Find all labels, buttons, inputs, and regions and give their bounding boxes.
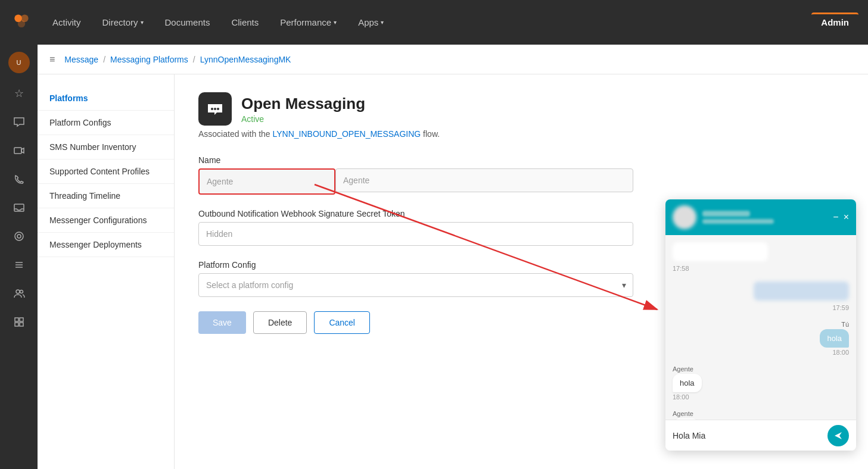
chat-header-name	[702, 211, 750, 217]
nav-activity[interactable]: Activity	[43, 12, 91, 32]
svg-point-10	[16, 290, 20, 293]
sidebar-video[interactable]	[6, 137, 32, 164]
topnav: Activity Directory ▾ Documents Clients P…	[0, 0, 868, 45]
name-field-section: Name	[198, 155, 844, 195]
chat-blurred-bubble-1	[673, 242, 768, 261]
main-layout: U ☆	[0, 45, 868, 469]
svg-point-19	[214, 108, 216, 110]
delete-button[interactable]: Delete	[253, 311, 307, 334]
platform-config-select[interactable]: Select a platform config	[198, 273, 633, 297]
chat-blurred-msg-1: 17:58	[673, 242, 849, 272]
chat-time-1759: 17:59	[832, 304, 849, 311]
svg-rect-3	[14, 148, 21, 154]
nav-performance[interactable]: Performance ▾	[270, 12, 346, 32]
chat-msg-agente-test: Agente test 18:00	[673, 410, 849, 420]
name-field-highlight	[198, 168, 335, 195]
chat-time-1758: 17:58	[673, 265, 689, 272]
chat-bubble-agente-test: test	[673, 418, 699, 420]
leftnav-messenger-deployments[interactable]: Messenger Deployments	[38, 233, 174, 257]
name-label: Name	[198, 155, 844, 165]
name-input[interactable]	[200, 170, 334, 193]
menu-icon[interactable]: ≡	[49, 54, 55, 65]
svg-point-6	[17, 234, 21, 238]
chat-time-tu-hola: 18:00	[832, 349, 849, 356]
cancel-button[interactable]: Cancel	[314, 311, 370, 334]
save-button[interactable]: Save	[198, 311, 246, 334]
svg-rect-15	[20, 323, 23, 326]
platform-icon	[198, 92, 232, 126]
breadcrumb-sep-1: /	[103, 55, 105, 64]
chevron-down-icon: ▾	[334, 19, 337, 26]
chat-time-agente-hola: 18:00	[673, 393, 689, 401]
chat-msg-agente-hola: Agente hola 18:00	[673, 365, 849, 401]
sidebar-inbox[interactable]	[6, 195, 32, 221]
chat-send-button[interactable]	[827, 425, 849, 446]
chevron-down-icon: ▾	[141, 19, 144, 26]
chat-header-info	[702, 211, 827, 224]
sidebar-star[interactable]: ☆	[6, 80, 32, 107]
sidebar-settings[interactable]	[6, 223, 32, 249]
associated-text: Associated with the LYNN_INBOUND_OPEN_ME…	[198, 129, 844, 139]
breadcrumb-messaging-platforms[interactable]: Messaging Platforms	[110, 55, 188, 64]
chat-bubble-agente-hola: hola	[673, 374, 702, 392]
nav-admin[interactable]: Admin	[811, 12, 858, 32]
sidebar-phone[interactable]	[6, 166, 32, 192]
leftnav-sms-inventory[interactable]: SMS Number Inventory	[38, 135, 174, 160]
left-nav: Platforms Platform Configs SMS Number In…	[38, 74, 175, 469]
svg-point-11	[20, 290, 23, 293]
breadcrumb: ≡ Message / Messaging Platforms / LynnOp…	[38, 45, 868, 74]
chat-agente-label-1: Agente	[673, 365, 693, 373]
chat-msg-tu-hola: Tú hola 18:00	[673, 321, 849, 356]
logo[interactable]	[10, 11, 33, 35]
platform-header: Open Messaging Active	[198, 92, 844, 126]
svg-rect-12	[15, 318, 18, 321]
flow-link[interactable]: LYNN_INBOUND_OPEN_MESSAGING	[273, 129, 421, 139]
chat-bubble-tu-hola: hola	[820, 329, 849, 348]
leftnav-threading[interactable]: Threading Timeline	[38, 184, 174, 208]
sidebar-list[interactable]	[6, 252, 32, 278]
sidebar-users[interactable]	[6, 280, 32, 307]
chevron-down-icon: ▾	[381, 19, 384, 26]
chat-minimize-button[interactable]: −	[833, 212, 838, 223]
chat-agente-label-2: Agente	[673, 410, 693, 417]
svg-point-20	[217, 108, 219, 110]
chat-footer	[665, 420, 856, 451]
leftnav-supported-content[interactable]: Supported Content Profiles	[38, 160, 174, 184]
leftnav-platforms[interactable]: Platforms	[38, 86, 174, 111]
chat-header: − ×	[665, 199, 856, 235]
status-badge: Active	[241, 114, 365, 124]
platform-title-area: Open Messaging Active	[241, 95, 365, 124]
webhook-input[interactable]	[198, 222, 633, 246]
chat-widget: − × 17:58 17:59	[665, 199, 856, 451]
chat-tu-label: Tú	[841, 321, 849, 328]
platform-title: Open Messaging	[241, 95, 365, 113]
breadcrumb-sep-2: /	[193, 55, 195, 64]
nav-documents[interactable]: Documents	[155, 12, 220, 32]
chat-header-sub	[702, 219, 774, 224]
main-content: Open Messaging Active Associated with th…	[175, 74, 868, 469]
svg-rect-13	[20, 318, 23, 321]
sidebar-chat[interactable]	[6, 109, 32, 135]
chat-input[interactable]	[673, 431, 823, 440]
content-area: ≡ Message / Messaging Platforms / LynnOp…	[38, 45, 868, 469]
svg-point-2	[18, 20, 26, 27]
svg-point-5	[15, 232, 23, 240]
icon-sidebar: U ☆	[0, 45, 38, 469]
platform-config-wrapper: Select a platform config ▾	[198, 273, 633, 297]
avatar[interactable]: U	[8, 52, 30, 73]
chat-header-actions: − ×	[833, 212, 849, 223]
inner-layout: Platforms Platform Configs SMS Number In…	[38, 74, 868, 469]
leftnav-messenger-configs[interactable]: Messenger Configurations	[38, 208, 174, 233]
sidebar-grid[interactable]	[6, 309, 32, 335]
nav-directory[interactable]: Directory ▾	[93, 12, 153, 32]
breadcrumb-current: LynnOpenMessagingMK	[200, 55, 291, 64]
chat-blurred-bubble-2	[754, 282, 849, 301]
breadcrumb-message[interactable]: Message	[64, 55, 98, 64]
leftnav-platform-configs[interactable]: Platform Configs	[38, 111, 174, 135]
chat-close-button[interactable]: ×	[844, 212, 849, 223]
nav-apps[interactable]: Apps ▾	[349, 12, 393, 32]
name-input-full[interactable]	[335, 168, 633, 192]
svg-point-18	[211, 108, 213, 110]
chat-blurred-msg-2: 17:59	[673, 282, 849, 311]
nav-clients[interactable]: Clients	[222, 12, 268, 32]
